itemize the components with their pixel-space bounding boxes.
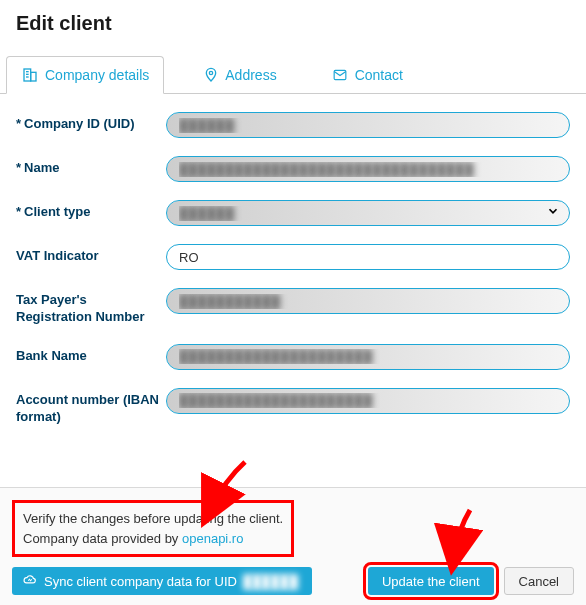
bottom-panel: Verify the changes before updating the c… bbox=[0, 487, 586, 605]
tab-label: Address bbox=[225, 67, 276, 83]
tab-label: Contact bbox=[355, 67, 403, 83]
label-name: *Name bbox=[16, 156, 166, 177]
sync-company-data-button[interactable]: Sync client company data for UID ██████ bbox=[12, 567, 312, 595]
company-uid-input[interactable] bbox=[166, 112, 570, 138]
label-account-number: Account number (IBAN format) bbox=[16, 388, 166, 426]
verification-notice: Verify the changes before updating the c… bbox=[12, 500, 294, 557]
svg-rect-1 bbox=[31, 72, 36, 81]
label-taxpayer-reg: Tax Payer's Registration Number bbox=[16, 288, 166, 326]
action-row: Sync client company data for UID ██████ … bbox=[12, 567, 574, 595]
map-pin-icon bbox=[203, 67, 219, 83]
bank-name-input[interactable] bbox=[166, 344, 570, 370]
client-type-select[interactable] bbox=[166, 200, 570, 226]
label-client-type: *Client type bbox=[16, 200, 166, 221]
tab-label: Company details bbox=[45, 67, 149, 83]
tab-contact[interactable]: Contact bbox=[316, 56, 418, 94]
building-icon bbox=[21, 67, 39, 83]
tab-address[interactable]: Address bbox=[188, 56, 291, 94]
svg-point-5 bbox=[210, 71, 213, 74]
label-bank-name: Bank Name bbox=[16, 344, 166, 365]
provider-link[interactable]: openapi.ro bbox=[182, 531, 243, 546]
taxpayer-reg-input[interactable] bbox=[166, 288, 570, 314]
sync-button-label: Sync client company data for UID bbox=[44, 574, 237, 589]
label-vat-indicator: VAT Indicator bbox=[16, 244, 166, 265]
page-title: Edit client bbox=[0, 0, 586, 55]
notice-line1: Verify the changes before updating the c… bbox=[23, 509, 283, 529]
notice-line2: Company data provided by openapi.ro bbox=[23, 529, 283, 549]
vat-indicator-input[interactable] bbox=[166, 244, 570, 270]
name-input[interactable] bbox=[166, 156, 570, 182]
account-number-input[interactable] bbox=[166, 388, 570, 414]
sync-uid-value: ██████ bbox=[243, 574, 298, 589]
tab-company-details[interactable]: Company details bbox=[6, 56, 164, 94]
update-client-button[interactable]: Update the client bbox=[368, 567, 494, 595]
cancel-button[interactable]: Cancel bbox=[504, 567, 574, 595]
tab-strip: Company details Address Contact bbox=[0, 55, 586, 94]
envelope-icon bbox=[331, 68, 349, 82]
cloud-sync-icon bbox=[22, 573, 38, 590]
form-company-details: *Company ID (UID) *Name *Client type VAT… bbox=[0, 94, 586, 454]
label-company-uid: *Company ID (UID) bbox=[16, 112, 166, 133]
